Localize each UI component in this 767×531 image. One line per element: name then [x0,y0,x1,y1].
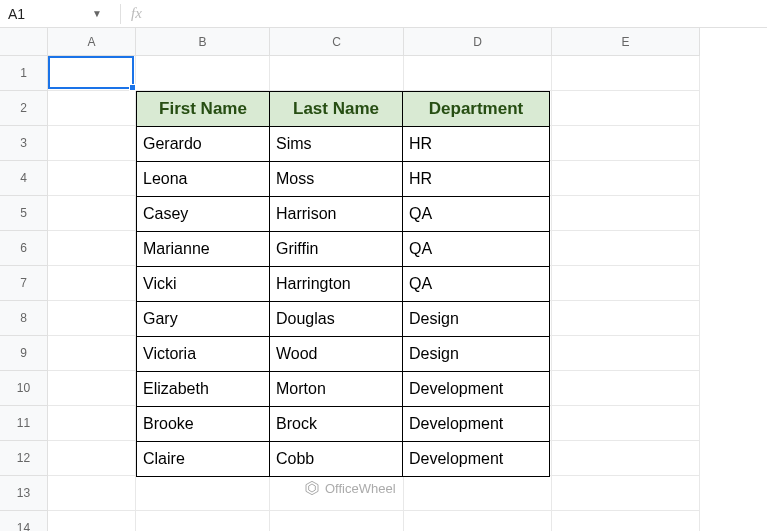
table-row: CaseyHarrisonQA [137,197,550,232]
table-cell[interactable]: Development [403,407,550,442]
cell[interactable] [552,441,700,476]
column-header[interactable]: B [136,28,270,56]
table-cell[interactable]: Elizabeth [137,372,270,407]
cell[interactable] [552,196,700,231]
table-cell[interactable]: Brock [270,407,403,442]
table-row: BrookeBrockDevelopment [137,407,550,442]
cell[interactable] [48,91,136,126]
cell[interactable] [48,476,136,511]
row-header[interactable]: 9 [0,336,48,371]
table-header[interactable]: First Name [137,92,270,127]
cell[interactable] [136,511,270,531]
row-header[interactable]: 14 [0,511,48,531]
row-header[interactable]: 7 [0,266,48,301]
row-header[interactable]: 4 [0,161,48,196]
row-header[interactable]: 1 [0,56,48,91]
table-cell[interactable]: Development [403,442,550,477]
table-cell[interactable]: Harrington [270,267,403,302]
row-header[interactable]: 2 [0,91,48,126]
cell[interactable] [48,441,136,476]
table-cell[interactable]: Harrison [270,197,403,232]
cell[interactable] [136,56,270,91]
table-cell[interactable]: QA [403,197,550,232]
row-header[interactable]: 8 [0,301,48,336]
cell[interactable] [48,196,136,231]
cells-area[interactable]: First Name Last Name Department GerardoS… [48,56,700,531]
row-header[interactable]: 10 [0,371,48,406]
row-header[interactable]: 3 [0,126,48,161]
cell[interactable] [404,56,552,91]
cell[interactable] [404,476,552,511]
cell[interactable] [48,371,136,406]
name-box[interactable]: A1 ▼ [0,6,110,22]
table-cell[interactable]: Morton [270,372,403,407]
cell[interactable] [552,266,700,301]
chevron-down-icon[interactable]: ▼ [92,8,102,19]
table-cell[interactable]: Brooke [137,407,270,442]
table-row: GaryDouglasDesign [137,302,550,337]
row-header[interactable]: 12 [0,441,48,476]
cell[interactable] [48,406,136,441]
table-cell[interactable]: Victoria [137,337,270,372]
cell[interactable] [552,91,700,126]
formula-input[interactable] [150,0,767,27]
cell[interactable] [48,126,136,161]
table-cell[interactable]: Design [403,302,550,337]
select-all-corner[interactable] [0,28,48,56]
cell[interactable] [270,56,404,91]
cell[interactable] [552,301,700,336]
column-header[interactable]: E [552,28,700,56]
column-header[interactable]: D [404,28,552,56]
table-cell[interactable]: HR [403,127,550,162]
table-cell[interactable]: QA [403,232,550,267]
cell[interactable] [552,126,700,161]
table-row: VickiHarringtonQA [137,267,550,302]
table-cell[interactable]: Design [403,337,550,372]
cell[interactable] [552,56,700,91]
column-header[interactable]: C [270,28,404,56]
row-header[interactable]: 13 [0,476,48,511]
row-header[interactable]: 6 [0,231,48,266]
table-header[interactable]: Last Name [270,92,403,127]
table-cell[interactable]: Marianne [137,232,270,267]
cell[interactable] [48,266,136,301]
cell[interactable] [136,476,270,511]
table-cell[interactable]: Griffin [270,232,403,267]
table-cell[interactable]: Wood [270,337,403,372]
cell[interactable] [48,511,136,531]
table-cell[interactable]: Douglas [270,302,403,337]
cell[interactable] [552,336,700,371]
cell[interactable] [552,511,700,531]
cell[interactable] [552,406,700,441]
cell[interactable] [48,231,136,266]
row-header[interactable]: 5 [0,196,48,231]
table-cell[interactable]: Casey [137,197,270,232]
cell[interactable] [48,336,136,371]
table-cell[interactable]: Gerardo [137,127,270,162]
table-cell[interactable]: Sims [270,127,403,162]
row-header[interactable]: 11 [0,406,48,441]
cell[interactable] [48,301,136,336]
table-cell[interactable]: QA [403,267,550,302]
table-cell[interactable]: Development [403,372,550,407]
cell[interactable] [404,511,552,531]
table-cell[interactable]: Leona [137,162,270,197]
table-cell[interactable]: Gary [137,302,270,337]
table-cell[interactable]: Cobb [270,442,403,477]
table-cell[interactable]: Moss [270,162,403,197]
cell[interactable] [552,371,700,406]
cell[interactable] [48,56,136,91]
divider [120,4,121,24]
table-header[interactable]: Department [403,92,550,127]
cell[interactable] [48,161,136,196]
column-header[interactable]: A [48,28,136,56]
table-cell[interactable]: Claire [137,442,270,477]
cell[interactable] [552,161,700,196]
column-headers: A B C D E [48,28,700,56]
cell[interactable] [552,231,700,266]
table-cell[interactable]: Vicki [137,267,270,302]
table-cell[interactable]: HR [403,162,550,197]
cell[interactable] [270,511,404,531]
cell[interactable] [552,476,700,511]
formula-bar: A1 ▼ fx [0,0,767,28]
